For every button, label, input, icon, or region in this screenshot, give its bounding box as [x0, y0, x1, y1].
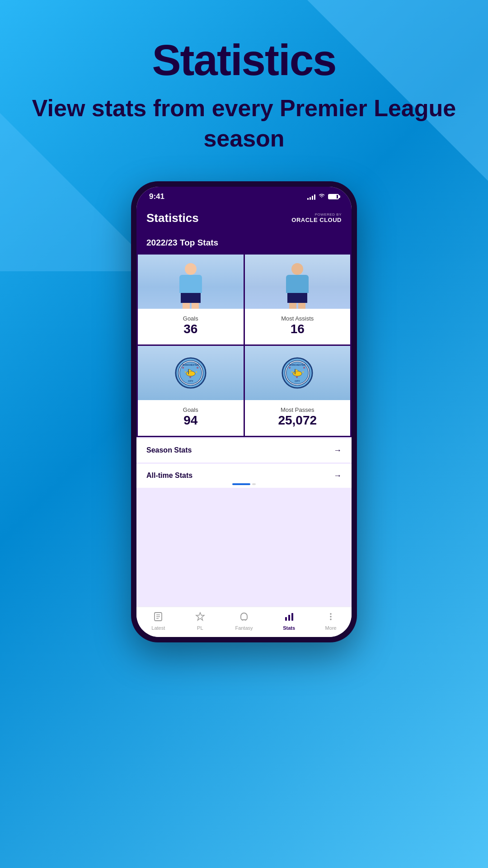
stat-label-4: Most Passes: [249, 403, 347, 413]
oracle-cloud-text: ORACLE CLOUD: [291, 217, 342, 223]
svg-text:CITY: CITY: [295, 380, 300, 382]
svg-rect-34: [288, 615, 290, 621]
season-stats-arrow: →: [333, 446, 342, 455]
svg-text:★: ★: [302, 371, 304, 373]
signal-icon: [307, 193, 315, 200]
fantasy-icon: [239, 612, 249, 623]
status-icons: [307, 193, 339, 200]
scroll-indicator: [232, 483, 256, 485]
svg-rect-35: [291, 613, 293, 621]
phone-outer: 9:41: [131, 181, 357, 642]
battery-icon: [328, 194, 339, 199]
stat-label-2: Most Assists: [249, 311, 347, 322]
nav-pl[interactable]: PL: [195, 612, 205, 631]
team-badge-1: MANCHESTER CITY ★ ★ ✿: [138, 346, 244, 400]
nav-latest-label: Latest: [151, 625, 165, 631]
page-title: Statistics: [27, 36, 461, 84]
nav-more-label: More: [325, 625, 337, 631]
svg-rect-19: [295, 369, 295, 374]
svg-text:✿: ✿: [289, 366, 291, 369]
stat-value-3: 94: [141, 413, 240, 432]
phone-container: 9:41: [0, 181, 488, 642]
svg-rect-33: [285, 617, 287, 621]
svg-text:★: ★: [291, 371, 293, 373]
svg-point-38: [330, 618, 332, 620]
nav-fantasy-label: Fantasy: [235, 625, 253, 631]
app-title: Statistics: [146, 211, 199, 225]
svg-text:✿: ✿: [197, 366, 198, 369]
app-header: Statistics Powered by ORACLE CLOUD: [136, 205, 352, 232]
wifi-icon: [318, 193, 325, 200]
latest-icon: [153, 612, 163, 623]
status-bar: 9:41: [136, 187, 352, 205]
nav-stats-label: Stats: [283, 625, 295, 631]
scroll-content: 2022/23 Top Stats: [136, 232, 352, 607]
nav-fantasy[interactable]: Fantasy: [235, 612, 253, 631]
oracle-powered-text: Powered by: [315, 212, 342, 217]
stat-label-1: Goals: [141, 311, 240, 322]
svg-point-36: [330, 613, 332, 615]
player-image-haaland: [138, 255, 244, 309]
man-city-badge-2: MANCHESTER CITY ★ ★ ✿ ✿ ✿: [281, 357, 314, 389]
svg-text:✿: ✿: [296, 376, 298, 378]
stats-icon: [284, 612, 294, 623]
stat-value-4: 25,072: [249, 413, 347, 432]
svg-marker-30: [196, 613, 204, 620]
stats-grid: Goals 36: [136, 253, 352, 437]
all-time-row[interactable]: All-time Stats →: [136, 464, 352, 488]
all-time-arrow: →: [333, 471, 342, 481]
svg-text:✿: ✿: [189, 376, 191, 378]
section-heading: 2022/23 Top Stats: [136, 232, 352, 253]
more-icon: [326, 612, 336, 623]
season-stats-label: Season Stats: [146, 446, 192, 454]
svg-text:★: ★: [184, 371, 186, 373]
page-header: Statistics View stats from every Premier…: [0, 0, 488, 172]
svg-text:★: ★: [195, 371, 197, 373]
pl-icon: [195, 612, 205, 623]
season-stats-row[interactable]: Season Stats →: [136, 439, 352, 462]
phone-inner: 9:41: [136, 187, 352, 637]
stat-card-goals-team[interactable]: MANCHESTER CITY ★ ★ ✿: [138, 346, 244, 436]
svg-text:CITY: CITY: [188, 380, 193, 382]
nav-pl-label: PL: [197, 625, 203, 631]
nav-stats[interactable]: Stats: [283, 612, 295, 631]
stat-value-2: 16: [249, 322, 347, 341]
player-image-debruyne: [245, 255, 351, 309]
oracle-badge: Powered by ORACLE CLOUD: [291, 212, 342, 223]
stat-value-1: 36: [141, 322, 240, 341]
nav-latest[interactable]: Latest: [151, 612, 165, 631]
stat-card-assists-player[interactable]: Most Assists 16: [245, 255, 351, 344]
stat-card-passes-team[interactable]: MANCHESTER CITY ★ ★ ✿ ✿ ✿: [245, 346, 351, 436]
stat-label-3: Goals: [141, 403, 240, 413]
page-subtitle: View stats from every Premier League sea…: [27, 93, 461, 154]
svg-rect-6: [188, 369, 188, 374]
all-time-label: All-time Stats: [146, 472, 192, 480]
nav-more[interactable]: More: [325, 612, 337, 631]
status-time: 9:41: [149, 192, 164, 201]
svg-text:✿: ✿: [303, 366, 305, 369]
svg-point-37: [330, 616, 332, 618]
man-city-badge-1: MANCHESTER CITY ★ ★ ✿: [174, 357, 207, 389]
team-badge-2: MANCHESTER CITY ★ ★ ✿ ✿ ✿: [245, 346, 351, 400]
svg-text:✿: ✿: [182, 366, 184, 369]
stat-card-goals-player[interactable]: Goals 36: [138, 255, 244, 344]
bottom-nav: Latest PL: [136, 607, 352, 637]
